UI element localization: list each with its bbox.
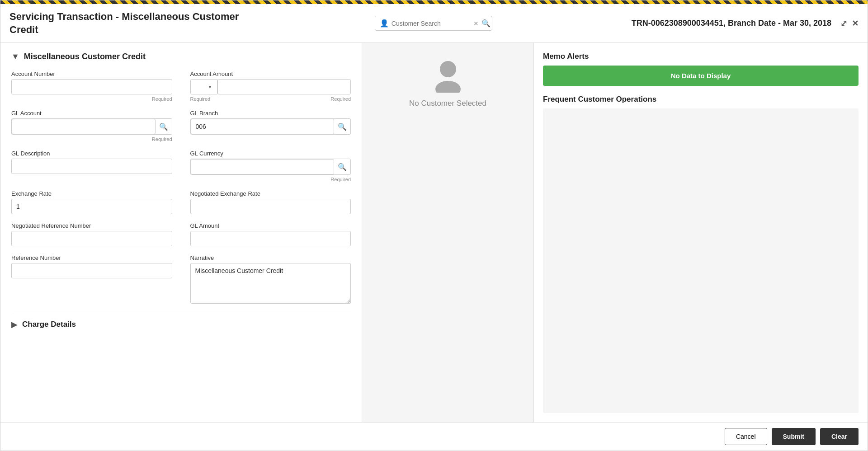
gl-account-search-button[interactable]: 🔍 (156, 120, 172, 134)
account-amount-label: Account Amount (190, 70, 351, 77)
negotiated-exchange-rate-group: Negotiated Exchange Rate (190, 190, 351, 214)
center-panel: No Customer Selected (362, 43, 534, 422)
exchange-rate-label: Exchange Rate (11, 190, 172, 197)
gl-branch-input-wrapper: 🔍 (190, 118, 351, 135)
clear-button[interactable]: Clear (820, 428, 859, 445)
account-number-required: Required (11, 96, 172, 102)
account-number-label: Account Number (11, 70, 172, 77)
memo-alerts-section: Memo Alerts No Data to Display (543, 52, 859, 86)
gl-account-group: GL Account 🔍 Required (11, 110, 172, 142)
gl-currency-search-button[interactable]: 🔍 (334, 160, 350, 174)
svg-point-0 (440, 61, 456, 77)
charge-details-expand-icon[interactable]: ▶ (11, 319, 18, 329)
exchange-rate-group: Exchange Rate (11, 190, 172, 214)
gl-currency-label: GL Currency (190, 150, 351, 157)
gl-branch-group: GL Branch 🔍 (190, 110, 351, 142)
gl-description-input[interactable] (11, 159, 172, 174)
title-bar-center: 👤 ✕ 🔍 (245, 16, 623, 31)
no-customer-text: No Customer Selected (409, 99, 486, 108)
gl-description-group: GL Description (11, 150, 172, 182)
search-icon[interactable]: 🔍 (481, 19, 491, 28)
charge-details-title: Charge Details (22, 320, 76, 329)
charge-details-section: ▶ Charge Details (11, 313, 351, 336)
title-bar-right: TRN-0062308900034451, Branch Date - Mar … (632, 19, 859, 28)
negotiated-reference-number-input[interactable] (11, 231, 172, 246)
gl-currency-required: Required (190, 177, 351, 182)
account-number-group: Account Number Required (11, 70, 172, 102)
narrative-group: Narrative Miscellaneous Customer Credit (190, 254, 351, 304)
page-title: Servicing Transaction - Miscellaneous Cu… (9, 10, 245, 36)
close-button[interactable]: ✕ (852, 19, 859, 28)
amount-required-row: Required Required (190, 96, 351, 102)
svg-point-1 (435, 81, 461, 93)
gl-branch-label: GL Branch (190, 110, 351, 117)
frequent-customer-title: Frequent Customer Operations (543, 95, 859, 104)
right-panel: Memo Alerts No Data to Display Frequent … (534, 43, 868, 422)
title-bar: Servicing Transaction - Miscellaneous Cu… (0, 4, 868, 43)
form-panel: ▼ Miscellaneous Customer Credit Account … (0, 43, 362, 422)
amount-required: Required (330, 96, 351, 102)
account-number-input[interactable] (11, 79, 172, 94)
gl-amount-group: GL Amount (190, 222, 351, 246)
form-grid: Account Number Required Account Amount ▼ (11, 70, 351, 304)
currency-dropdown[interactable]: ▼ (190, 79, 217, 94)
reference-number-group: Reference Number (11, 254, 172, 304)
account-amount-group: Account Amount ▼ Required Required (190, 70, 351, 102)
memo-alerts-title: Memo Alerts (543, 52, 859, 61)
clear-search-icon[interactable]: ✕ (473, 20, 479, 27)
account-amount-inputs: ▼ (190, 79, 351, 94)
negotiated-exchange-rate-label: Negotiated Exchange Rate (190, 190, 351, 197)
window-controls: ⤢ ✕ (840, 19, 859, 28)
user-icon: 👤 (380, 19, 389, 28)
gl-amount-input[interactable] (190, 231, 351, 246)
gl-amount-label: GL Amount (190, 222, 351, 229)
reference-number-input[interactable] (11, 263, 172, 278)
maximize-button[interactable]: ⤢ (840, 19, 847, 28)
collapse-icon[interactable]: ▼ (11, 52, 19, 61)
amount-input[interactable] (217, 79, 351, 94)
customer-avatar (430, 56, 466, 93)
footer-bar: Cancel Submit Clear (0, 422, 868, 451)
gl-account-input[interactable] (12, 119, 156, 134)
cancel-button[interactable]: Cancel (725, 428, 767, 445)
trn-info: TRN-0062308900034451, Branch Date - Mar … (632, 19, 831, 28)
main-content: ▼ Miscellaneous Customer Credit Account … (0, 43, 868, 422)
submit-button[interactable]: Submit (772, 428, 816, 445)
negotiated-exchange-rate-input[interactable] (190, 199, 351, 214)
no-data-button[interactable]: No Data to Display (543, 66, 859, 86)
gl-currency-input-wrapper: 🔍 (190, 159, 351, 175)
customer-search-input[interactable] (392, 20, 471, 27)
reference-number-label: Reference Number (11, 254, 172, 261)
title-bar-left: Servicing Transaction - Miscellaneous Cu… (9, 10, 245, 36)
narrative-label: Narrative (190, 254, 351, 261)
misc-section-header: ▼ Miscellaneous Customer Credit (11, 52, 351, 61)
frequent-customer-body (543, 108, 859, 413)
frequent-customer-section: Frequent Customer Operations (543, 95, 859, 413)
negotiated-reference-number-label: Negotiated Reference Number (11, 222, 172, 229)
gl-branch-search-button[interactable]: 🔍 (334, 120, 350, 134)
gl-account-required: Required (11, 136, 172, 142)
gl-description-label: GL Description (11, 150, 172, 157)
gl-account-label: GL Account (11, 110, 172, 117)
customer-search-box[interactable]: 👤 ✕ 🔍 (375, 16, 492, 31)
negotiated-reference-number-group: Negotiated Reference Number (11, 222, 172, 246)
modal-container: Servicing Transaction - Miscellaneous Cu… (0, 0, 868, 451)
gl-currency-group: GL Currency 🔍 Required (190, 150, 351, 182)
misc-section-title: Miscellaneous Customer Credit (24, 52, 146, 61)
dropdown-arrow-icon: ▼ (208, 85, 212, 89)
gl-branch-input[interactable] (191, 119, 335, 134)
narrative-input[interactable]: Miscellaneous Customer Credit (190, 263, 351, 304)
header-stripe (0, 0, 868, 4)
gl-account-input-wrapper: 🔍 (11, 118, 172, 135)
currency-required: Required (190, 96, 211, 102)
gl-currency-input[interactable] (191, 159, 335, 174)
exchange-rate-input[interactable] (11, 199, 172, 214)
